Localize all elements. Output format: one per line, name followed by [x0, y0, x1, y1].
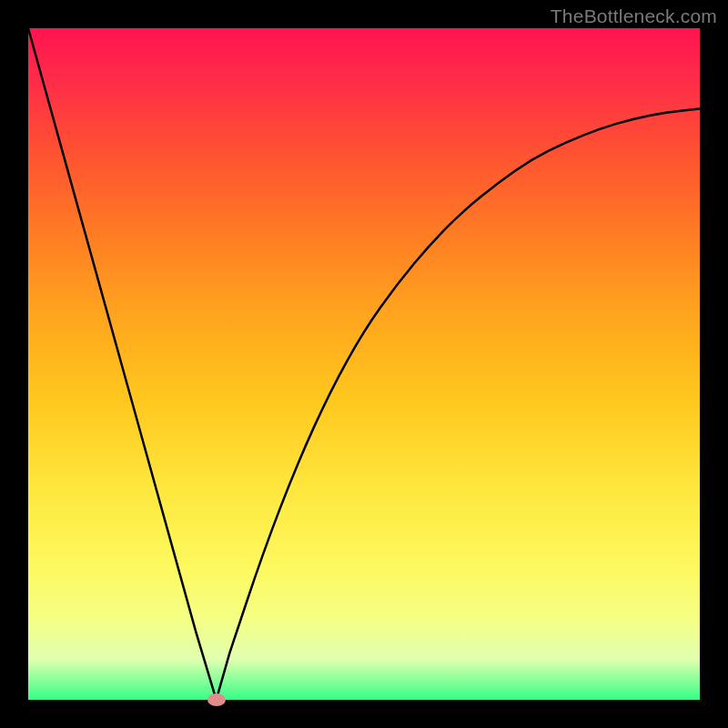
bottleneck-curve — [0, 0, 728, 728]
optimal-point-marker — [207, 693, 226, 706]
attribution-watermark: TheBottleneck.com — [551, 5, 717, 27]
